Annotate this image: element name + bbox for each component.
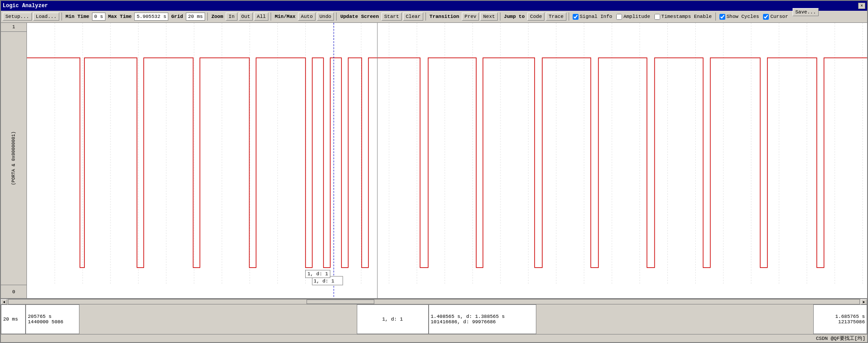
cursor-delta-row1: 1, d: 1 — [359, 317, 426, 322]
zoom-in-button[interactable]: In — [226, 13, 237, 21]
zoom-label: Zoom — [210, 14, 224, 19]
scroll-right-button[interactable]: ► — [861, 299, 867, 304]
toolbar: Setup... Load... Min Time 0 s Max Time 5… — [1, 11, 867, 23]
load-button[interactable]: Load... — [33, 13, 59, 21]
sep8 — [715, 13, 716, 21]
signal-top-label: 1 — [1, 23, 26, 32]
bottom-cursor-cell1: 1, d: 1 — [357, 304, 429, 334]
show-cycles-label: Show Cycles — [727, 14, 759, 19]
signal-name: (PORTA & 0x00000001) — [1, 32, 26, 285]
update-screen-label: Update Screen — [339, 14, 380, 19]
trace-button[interactable]: Trace — [546, 13, 566, 21]
bottom-time-cell: 205765 s 1440000 5086 — [26, 304, 79, 334]
start-button[interactable]: Start — [381, 13, 402, 21]
zoom-undo-button[interactable]: Undo — [317, 13, 334, 21]
checkbox-cursor: Cursor — [762, 14, 789, 20]
cursor-time-row2: 101416686, d: 99976686 — [431, 319, 534, 325]
zoom-out-button[interactable]: Out — [239, 13, 253, 21]
zoom-auto-button[interactable]: Auto — [298, 13, 315, 21]
minmax-label: Min/Max — [273, 14, 297, 19]
right-cycles: 121375086 — [815, 319, 865, 325]
sep5 — [425, 13, 426, 21]
waveform-area[interactable]: 1, d: 1 1, d: 1 — [27, 23, 867, 298]
cursor-checkbox[interactable] — [763, 14, 769, 20]
zoom-all-button[interactable]: All — [254, 13, 268, 21]
bottom-cursor-cell2: 1.408565 s, d: 1.388565 s 101416686, d: … — [429, 304, 536, 334]
cursor-label: Cursor — [770, 14, 788, 19]
waveform-svg: 1, d: 1 — [27, 23, 867, 298]
timestamps-label: Timestamps Enable — [662, 14, 712, 19]
clear-button[interactable]: Clear — [403, 13, 423, 21]
bottom-spacer-right — [536, 304, 814, 334]
svg-text:1,  d: 1: 1, d: 1 — [314, 278, 334, 284]
sep6 — [500, 13, 500, 21]
logic-analyzer-window: Logic Analyzer × Setup... Load... Min Ti… — [0, 0, 868, 343]
status-bar: CSDN @QF要找工[均] — [1, 334, 867, 342]
checkbox-show-cycles: Show Cycles — [718, 14, 761, 20]
right-time: 1.685765 s — [815, 314, 865, 319]
signal-info-checkbox[interactable] — [573, 14, 579, 20]
y1-label: 1 — [12, 25, 15, 30]
bottom-zoom-cell: 20 ms — [1, 304, 26, 334]
scrollbar-thumb[interactable] — [307, 300, 375, 304]
bottom-spacer-left — [79, 304, 357, 334]
transition-label: Transition — [428, 14, 460, 19]
sep4 — [336, 13, 337, 21]
bottom-bar: ◄ ► 20 ms 205765 s 1440000 5086 1, d: 1 — [1, 298, 867, 334]
signal-info-label: Signal Info — [580, 14, 613, 19]
signal-label-column: 1 (PORTA & 0x00000001) 0 — [1, 23, 27, 298]
bottom-right-cell: 1.685765 s 121375086 — [813, 304, 867, 334]
sep2 — [207, 13, 208, 21]
zoom-display: 20 ms — [3, 317, 23, 322]
sep3 — [271, 13, 271, 21]
grid-label: Grid — [170, 14, 184, 19]
amplitude-label: Amplitude — [623, 14, 650, 19]
max-time-value: 5.905532 s — [134, 13, 168, 21]
scroll-left-button[interactable]: ◄ — [1, 299, 7, 304]
save-button[interactable]: Save... — [793, 8, 819, 16]
jump-to-label: Jump to — [503, 14, 526, 19]
min-time-value: 0 s — [92, 13, 105, 21]
checkbox-timestamps: Timestamps Enable — [653, 14, 713, 20]
checkbox-amplitude: Amplitude — [615, 14, 651, 20]
scrollbar-track[interactable] — [8, 299, 860, 304]
cursor-info-1: 1, d: 1 — [307, 271, 328, 277]
window-title: Logic Analyzer — [3, 3, 48, 9]
sep1 — [61, 13, 62, 21]
cursor-time-row1: 1.408565 s, d: 1.388565 s — [431, 314, 534, 319]
main-area: 1 (PORTA & 0x00000001) 0 — [1, 23, 867, 298]
timestamps-checkbox[interactable] — [654, 14, 660, 20]
cursor-tooltip-1: 1, d: 1 — [305, 270, 330, 278]
sep7 — [569, 13, 569, 21]
setup-button[interactable]: Setup... — [3, 13, 32, 21]
y0-label-bottom: 0 — [1, 285, 26, 298]
time-row2: 1440000 5086 — [28, 319, 77, 325]
title-bar: Logic Analyzer × — [1, 1, 867, 11]
checkbox-signal-info: Signal Info — [571, 14, 614, 20]
min-time-label: Min Time — [64, 14, 91, 19]
bottom-info-row: 20 ms 205765 s 1440000 5086 1, d: 1 1.40… — [1, 304, 867, 334]
toolbar-row1: Setup... Load... Min Time 0 s Max Time 5… — [3, 12, 865, 22]
prev-button[interactable]: Prev — [462, 13, 479, 21]
max-time-label: Max Time — [107, 14, 133, 19]
status-text: CSDN @QF要找工[均] — [816, 335, 865, 342]
grid-value: 20 ms — [186, 13, 205, 21]
code-button[interactable]: Code — [527, 13, 544, 21]
close-button[interactable]: × — [858, 3, 865, 9]
time-row1: 205765 s — [28, 314, 77, 319]
amplitude-checkbox[interactable] — [616, 14, 622, 20]
show-cycles-checkbox[interactable] — [719, 14, 725, 20]
scrollbar-row: ◄ ► — [1, 299, 867, 304]
y0-label: 0 — [12, 289, 15, 295]
next-button[interactable]: Next — [480, 13, 497, 21]
